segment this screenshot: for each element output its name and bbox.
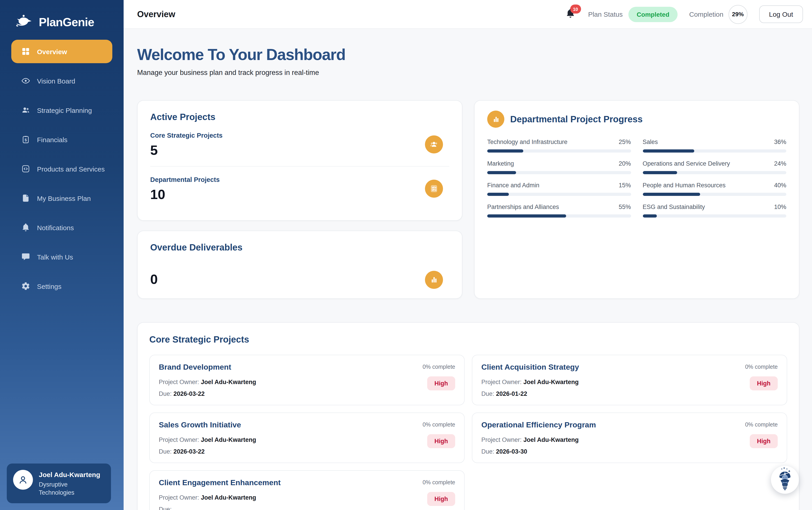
project-owner: Joel Adu-Kwarteng: [201, 494, 256, 501]
stat-value: 10: [150, 187, 449, 202]
department-name: Marketing: [487, 160, 514, 167]
sidebar-item-settings[interactable]: Settings: [11, 275, 112, 298]
project-complete: 0% complete: [422, 422, 455, 428]
sidebar: PlanGenie Overview Vision Board Strategi…: [0, 0, 124, 510]
projects-section-title: Core Strategic Projects: [149, 334, 787, 345]
progress-bar: [487, 171, 631, 174]
project-complete: 0% complete: [745, 422, 778, 428]
project-complete: 0% complete: [422, 364, 455, 370]
project-complete: 0% complete: [422, 479, 455, 486]
bell-icon: [21, 223, 30, 232]
project-title: Brand Development: [159, 363, 455, 372]
progress-item: Marketing20%: [487, 160, 631, 174]
sidebar-user-card[interactable]: Joel Adu-Kwarteng Dysruptive Technologie…: [7, 463, 111, 503]
notification-count-badge: 10: [570, 4, 581, 13]
project-due-line: Due:2026-03-22: [159, 448, 455, 455]
project-owner-line: Project Owner:Joel Adu-Kwarteng: [159, 494, 455, 501]
project-due: 2026-03-22: [174, 448, 205, 455]
team-icon: [425, 135, 443, 153]
project-owner: Joel Adu-Kwarteng: [523, 436, 579, 443]
clipboard-dollar-icon: $: [21, 135, 30, 144]
project-due-line: Due:2026-01-22: [481, 390, 778, 397]
priority-badge: High: [427, 376, 455, 390]
project-owner: Joel Adu-Kwarteng: [201, 436, 256, 443]
sidebar-item-vision-board[interactable]: Vision Board: [11, 69, 112, 92]
project-title: Sales Growth Initiative: [159, 421, 455, 430]
department-name: ESG and Sustainability: [642, 203, 705, 210]
department-percent: 15%: [619, 182, 631, 189]
project-title: Client Acquisition Strategy: [481, 363, 778, 372]
completion-label: Completion: [689, 10, 724, 18]
notification-bell-button[interactable]: 10: [565, 8, 575, 20]
bar-chart-icon: [487, 111, 504, 128]
progress-item: Partnerships and Alliances55%: [487, 203, 631, 218]
active-projects-card: Active Projects Core Strategic Projects …: [137, 100, 462, 221]
sidebar-item-label: Notifications: [37, 224, 74, 231]
stat-departmental-projects: Departmental Projects 10: [150, 166, 449, 210]
sidebar-item-products-services[interactable]: Products and Services: [11, 157, 112, 180]
department-name: Technology and Infrastructure: [487, 139, 568, 145]
department-percent: 40%: [774, 182, 786, 189]
checklist-icon: [425, 179, 443, 197]
project-owner-line: Project Owner:Joel Adu-Kwarteng: [481, 379, 778, 386]
code-box-icon: [21, 164, 30, 173]
stat-label: Departmental Projects: [150, 176, 449, 183]
priority-badge: High: [750, 376, 778, 390]
stat-label: Core Strategic Projects: [150, 132, 449, 139]
users-icon: [21, 106, 30, 115]
completion-percentage: 29%: [728, 5, 747, 24]
welcome-heading: Welcome To Your Dashboard: [137, 46, 800, 64]
departmental-progress-panel: Departmental Project Progress Technology…: [474, 100, 800, 299]
plan-status-badge: Completed: [629, 6, 678, 22]
sidebar-item-strategic-planning[interactable]: Strategic Planning: [11, 98, 112, 122]
user-info: Joel Adu-Kwarteng Dysruptive Technologie…: [39, 470, 104, 497]
project-card[interactable]: Client Acquisition Strategy 0% complete …: [472, 355, 787, 405]
genie-assistant-button[interactable]: [771, 466, 799, 494]
project-owner-line: Project Owner:Joel Adu-Kwarteng: [159, 436, 455, 443]
project-due-line: Due:2026-03-22: [159, 390, 455, 397]
progress-item: Finance and Admin15%: [487, 182, 631, 196]
brand-logo: PlanGenie: [0, 0, 124, 30]
progress-bar: [642, 171, 786, 174]
project-owner-line: Project Owner:Joel Adu-Kwarteng: [481, 436, 778, 443]
progress-item: Operations and Service Delivery24%: [642, 160, 786, 174]
overdue-deliverables-card: Overdue Deliverables 0: [137, 231, 462, 299]
plan-status-label: Plan Status: [588, 10, 623, 18]
progress-bar: [487, 215, 631, 218]
department-name: Partnerships and Alliances: [487, 203, 559, 210]
sidebar-item-overview[interactable]: Overview: [11, 40, 112, 63]
sidebar-item-label: Vision Board: [37, 77, 76, 85]
logout-button[interactable]: Log Out: [759, 5, 803, 23]
priority-badge: High: [427, 434, 455, 448]
eye-icon: [21, 76, 30, 85]
project-card[interactable]: Sales Growth Initiative 0% complete Proj…: [149, 413, 464, 463]
project-title: Operational Efficiency Program: [481, 421, 778, 430]
sidebar-item-financials[interactable]: $ Financials: [11, 128, 112, 151]
progress-bar: [642, 149, 786, 152]
department-percent: 36%: [774, 139, 786, 145]
sidebar-item-notifications[interactable]: Notifications: [11, 216, 112, 239]
sidebar-item-label: Overview: [37, 48, 67, 55]
progress-bar: [487, 193, 631, 196]
sidebar-item-my-business-plan[interactable]: My Business Plan: [11, 187, 112, 210]
main-content: Welcome To Your Dashboard Manage your bu…: [124, 29, 812, 510]
page-title: Overview: [137, 9, 175, 19]
project-card[interactable]: Client Engagement Enhancement 0% complet…: [149, 470, 464, 510]
department-percent: 20%: [619, 160, 631, 167]
user-name: Joel Adu-Kwarteng: [39, 471, 104, 478]
department-percent: 25%: [619, 139, 631, 145]
plangenie-dashboard: PlanGenie Overview Vision Board Strategi…: [0, 0, 812, 510]
department-progress-grid: Technology and Infrastructure25% Sales36…: [487, 139, 786, 218]
project-card[interactable]: Operational Efficiency Program 0% comple…: [472, 413, 787, 463]
sidebar-item-talk-with-us[interactable]: Talk with Us: [11, 245, 112, 268]
avatar: [13, 470, 33, 489]
project-due-line: Due:: [159, 506, 455, 510]
project-complete: 0% complete: [745, 364, 778, 370]
project-due: 2026-03-30: [496, 448, 527, 455]
department-name: People and Human Resources: [642, 182, 726, 189]
brand-name: PlanGenie: [39, 15, 94, 29]
department-name: Finance and Admin: [487, 182, 539, 189]
department-name: Sales: [642, 139, 658, 145]
genie-lamp-icon: [16, 15, 34, 30]
project-card[interactable]: Brand Development 0% complete Project Ow…: [149, 355, 464, 405]
